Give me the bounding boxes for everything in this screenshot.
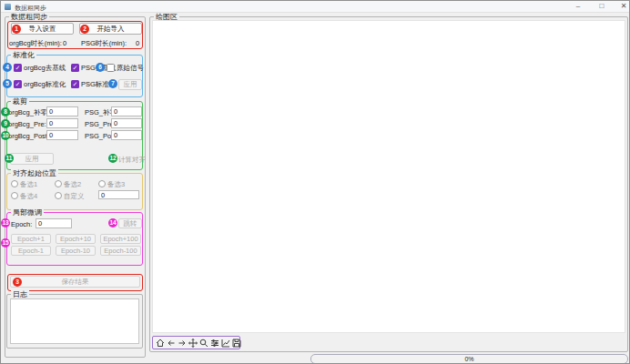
badge-8: 8	[1, 107, 10, 116]
badge-13: 13	[1, 218, 10, 228]
epoch-plus-100-button[interactable]: Epoch+100	[100, 234, 141, 244]
epoch-label: Epoch:	[11, 220, 32, 228]
window-title: 数据粗同步	[15, 4, 46, 13]
orgbcg-normalize-label: orgBcg标准化	[24, 80, 66, 89]
custom-label: 自定义	[64, 192, 85, 201]
crop-apply-button[interactable]: 应用	[10, 153, 54, 165]
option2-radio[interactable]	[55, 180, 62, 187]
app-window: 数据粗同步 – □ ✕ 数据粗同步 导入设置 开始导入 1 2 orgBcg时长…	[0, 0, 630, 364]
option4-label: 备选4	[20, 192, 37, 201]
psg-duration-value: 0	[136, 39, 139, 47]
custom-radio[interactable]	[55, 192, 62, 199]
epoch-minus-1-button[interactable]: Epoch-1	[11, 246, 51, 256]
orgbcg-post-input[interactable]	[46, 130, 78, 140]
log-group-label: 日志	[11, 290, 29, 298]
home-icon[interactable]	[156, 338, 165, 348]
save-icon[interactable]	[232, 338, 241, 348]
plot-canvas[interactable]	[152, 20, 625, 333]
raw-signal-checkbox[interactable]	[107, 64, 115, 72]
orgbcg-detrend-checkbox[interactable]: ✓	[14, 64, 22, 72]
psg-duration-label: PSG时长(min):	[81, 39, 127, 48]
pan-icon[interactable]	[188, 338, 198, 348]
app-icon	[5, 4, 11, 10]
orgbcg-detrend-label: orgBcg去基线	[24, 64, 66, 73]
raw-signal-label: 原始信号	[117, 64, 144, 73]
left-panel-group-label: 数据粗同步	[9, 13, 49, 21]
epoch-plus-10-button[interactable]: Epoch+10	[56, 234, 96, 244]
orgbcg-duration-label: orgBcg时长(min):	[9, 39, 62, 48]
forward-icon[interactable]	[178, 338, 187, 348]
psg-post-input[interactable]	[111, 130, 142, 140]
custom-position-input[interactable]	[98, 190, 139, 199]
zoom-icon[interactable]	[199, 338, 208, 348]
badge-7: 7	[108, 79, 117, 88]
normalize-apply-button[interactable]: 应用	[118, 79, 142, 90]
psg-pad-input[interactable]	[111, 106, 142, 116]
badge-11: 11	[5, 154, 14, 163]
orgbcg-post-label: orgBcg_Post:	[8, 132, 49, 140]
minimize-button[interactable]: –	[571, 1, 585, 12]
orgbcg-pad-label: orgBcg_补零:	[8, 108, 49, 117]
option4-radio[interactable]	[11, 192, 18, 199]
epoch-minus-100-button[interactable]: Epoch-100	[100, 246, 141, 256]
jump-button[interactable]: 跳转	[118, 218, 142, 228]
option2-label: 备选2	[64, 180, 81, 189]
save-result-button[interactable]: 保存结果	[10, 276, 140, 288]
calc-align-button[interactable]: 计算对齐	[118, 156, 146, 165]
epoch-input[interactable]	[36, 218, 72, 228]
option1-label: 备选1	[20, 180, 37, 189]
badge-14: 14	[108, 218, 117, 228]
plot-toolbar	[152, 336, 240, 349]
customize-icon[interactable]	[221, 338, 230, 348]
option1-radio[interactable]	[11, 180, 18, 187]
psg-normalize-checkbox[interactable]: ✓	[71, 80, 79, 88]
normalize-group	[6, 55, 143, 97]
progress-bar: 0%	[310, 354, 628, 364]
normalize-group-label: 标准化	[11, 51, 36, 59]
badge-1: 1	[12, 25, 21, 34]
epoch-minus-10-button[interactable]: Epoch-10	[56, 246, 96, 256]
fine-tune-group-label: 局部微调	[11, 208, 44, 217]
title-bar	[1, 1, 630, 13]
badge-4: 4	[3, 63, 12, 72]
psg-pre-input[interactable]	[111, 118, 142, 128]
orgbcg-pre-label: orgBcg_Pre:	[8, 120, 46, 128]
badge-5: 5	[3, 79, 12, 88]
align-position-group-label: 对齐起始位置	[11, 169, 58, 177]
badge-6: 6	[96, 63, 105, 72]
crop-group-label: 裁剪	[11, 97, 29, 106]
orgbcg-pre-input[interactable]	[46, 118, 78, 128]
orgbcg-pad-input[interactable]	[46, 106, 78, 116]
log-textarea[interactable]	[10, 298, 139, 344]
orgbcg-duration-value: 0	[63, 39, 66, 47]
badge-2: 2	[80, 25, 89, 34]
option3-radio[interactable]	[98, 180, 106, 187]
option3-label: 备选3	[107, 180, 125, 189]
subplots-icon[interactable]	[210, 338, 219, 348]
close-button[interactable]: ✕	[616, 1, 630, 12]
progress-value: 0%	[464, 356, 473, 362]
badge-10: 10	[1, 131, 10, 140]
epoch-plus-1-button[interactable]: Epoch+1	[11, 234, 51, 244]
maximize-button[interactable]: □	[594, 1, 609, 12]
orgbcg-normalize-checkbox[interactable]: ✓	[14, 80, 22, 88]
psg-detrend-checkbox[interactable]: ✓	[71, 64, 79, 72]
badge-3: 3	[13, 278, 22, 287]
badge-9: 9	[1, 119, 10, 128]
badge-15: 15	[1, 238, 10, 248]
back-icon[interactable]	[167, 338, 176, 348]
badge-12: 12	[108, 154, 117, 163]
